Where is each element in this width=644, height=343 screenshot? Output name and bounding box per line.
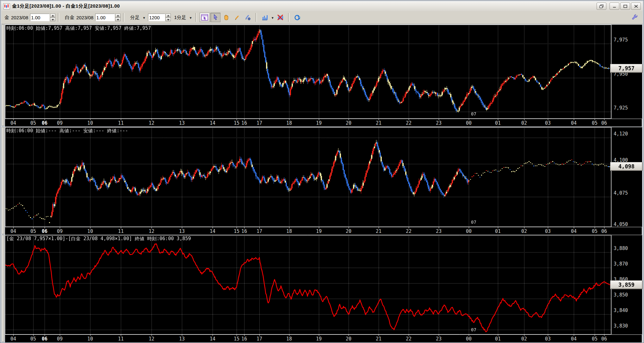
- bar-chart-button[interactable]: [260, 13, 270, 22]
- x-axis-label: 05: [30, 228, 36, 234]
- marker-pen-tool-button[interactable]: [243, 13, 253, 22]
- x-axis-label: 05: [592, 228, 598, 234]
- x-axis-label: 22: [406, 228, 412, 234]
- x-axis-label: 06: [42, 228, 47, 234]
- x-axis-label: 02: [521, 228, 527, 234]
- x-axis-label: 23: [436, 120, 442, 126]
- x-axis-label: 04: [571, 120, 577, 126]
- chevron-down-icon[interactable]: ▼: [271, 16, 274, 20]
- x-axis-label: 15: [234, 336, 239, 342]
- close-button[interactable]: [631, 3, 641, 10]
- date-change-marker: 07: [471, 220, 476, 225]
- time-axis: 0405060910111213141516171819202122230001…: [5, 119, 642, 127]
- x-axis-label: 16: [241, 228, 247, 234]
- select-cursor-tool-button[interactable]: [210, 13, 220, 22]
- chart-info-line: [金 23/08 7,957×1.00]-[白金 23/08 4,098×1.0…: [6, 236, 191, 242]
- toolbar-separator: [288, 13, 289, 22]
- chevron-down-icon[interactable]: ▼: [189, 16, 192, 20]
- x-axis-label: 10: [87, 336, 93, 342]
- x-axis-label: 14: [210, 120, 215, 126]
- platinum-multiplier-spinner[interactable]: [115, 14, 121, 21]
- x-axis-label: 12: [149, 228, 154, 234]
- wrench-icon[interactable]: [631, 14, 638, 22]
- date-change-marker: 07: [471, 327, 476, 332]
- x-axis-label: 21: [376, 120, 381, 126]
- y-axis-label: 3,850: [614, 292, 628, 298]
- panel-left-bevel: [2, 235, 4, 342]
- x-axis-label: 06: [42, 336, 47, 342]
- chart-info-line: 時刻:06:00 始値:--- 高値:--- 安値:--- 終値:---: [6, 128, 128, 134]
- x-axis-label: 13: [179, 228, 185, 234]
- last-price-box: 4,098: [610, 162, 642, 171]
- x-axis-label: 00: [466, 228, 472, 234]
- cascade-windows-button[interactable]: [597, 3, 606, 10]
- minimize-button[interactable]: [610, 3, 619, 10]
- x-axis-label: 15: [234, 228, 239, 234]
- x-axis-label: 22: [406, 336, 412, 342]
- chart-panel-spread: [金 23/08 7,957×1.00]-[白金 23/08 4,098×1.0…: [5, 235, 642, 342]
- platinum-contract-month: 2023/08: [76, 15, 93, 20]
- chevron-down-icon[interactable]: ▼: [142, 16, 146, 20]
- x-axis-label: 21: [376, 228, 381, 234]
- y-axis-label: 3,830: [614, 323, 628, 329]
- x-axis-label: 17: [257, 336, 262, 342]
- x-axis-label: 23: [436, 336, 442, 342]
- x-axis-label: 14: [210, 228, 215, 234]
- x-axis-label: 18: [286, 228, 292, 234]
- gold-contract-month: 2023/08: [11, 15, 28, 20]
- x-axis-label: 09: [57, 336, 63, 342]
- date-change-marker: 07: [471, 111, 476, 116]
- bar-count-spinner[interactable]: [165, 14, 171, 21]
- x-axis-label: 03: [545, 336, 551, 342]
- interval-dropdown[interactable]: 1分足: [174, 15, 186, 21]
- y-axis-label: 3,870: [614, 261, 628, 267]
- chart-pointer-tool-button[interactable]: [200, 13, 210, 22]
- window-title: 金1分足[2023/08]1.00 - 白金1分足[2023/08]1.00: [12, 3, 120, 9]
- title-bar[interactable]: 金1分足[2023/08]1.00 - 白金1分足[2023/08]1.00: [1, 1, 643, 11]
- x-axis-label: 04: [571, 228, 577, 234]
- y-axis-label: 4,075: [614, 190, 628, 196]
- bar-type-dropdown[interactable]: 分足: [130, 15, 139, 21]
- spread-chart-canvas[interactable]: [5, 235, 611, 334]
- reload-button[interactable]: R: [292, 13, 302, 22]
- platinum-label: 白金: [65, 15, 74, 21]
- x-axis-label: 16: [241, 120, 247, 126]
- platinum-multiplier-input[interactable]: [95, 14, 115, 21]
- gold-multiplier-spinner[interactable]: [50, 14, 55, 21]
- x-axis-label: 03: [545, 228, 551, 234]
- x-axis-label: 20: [346, 120, 351, 126]
- time-axis: 0405060910111213141516171819202122230001…: [5, 334, 642, 342]
- x-axis-label: 16: [241, 336, 247, 342]
- y-axis-label: 4,050: [614, 221, 628, 227]
- x-axis-label: 06: [601, 336, 607, 342]
- x-axis-label: 01: [495, 336, 501, 342]
- bar-count-input[interactable]: [148, 14, 165, 21]
- candlestick-app-icon: [3, 3, 10, 9]
- maximize-button[interactable]: [620, 3, 630, 10]
- pan-hand-tool-button[interactable]: [221, 13, 231, 22]
- delete-chart-button[interactable]: [275, 13, 285, 22]
- time-axis: 0405060910111213141516171819202122230001…: [5, 227, 642, 235]
- x-axis-label: 03: [545, 120, 551, 126]
- x-axis-label: 19: [316, 336, 322, 342]
- x-axis-label: 09: [57, 228, 63, 234]
- app-window: 金1分足[2023/08]1.00 - 白金1分足[2023/08]1.00 金…: [0, 0, 644, 343]
- x-axis-label: 04: [571, 336, 577, 342]
- y-axis-label: 3,840: [614, 308, 628, 313]
- toolbar: 金 2023/08 白金 2023/08 分足 ▼ 1分足 ▼: [1, 11, 643, 24]
- platinum-chart-canvas[interactable]: [5, 127, 611, 227]
- x-axis-label: 05: [30, 120, 36, 126]
- pencil-tool-button[interactable]: [232, 13, 242, 22]
- chart-info-line: 時刻:06:00 始値:7,957 高値:7,957 安値:7,957 終値:7…: [6, 25, 151, 31]
- x-axis-label: 22: [406, 120, 412, 126]
- toolbar-separator: [195, 13, 197, 22]
- x-axis-label: 06: [601, 228, 607, 234]
- x-axis-label: 11: [118, 336, 124, 342]
- y-axis-label: 3,880: [614, 246, 628, 251]
- x-axis-label: 12: [149, 120, 154, 126]
- x-axis-label: 02: [521, 120, 527, 126]
- y-axis-label: 4,120: [614, 131, 628, 137]
- x-axis-label: 11: [118, 120, 124, 126]
- gold-chart-canvas[interactable]: [5, 25, 611, 119]
- gold-multiplier-input[interactable]: [30, 14, 50, 21]
